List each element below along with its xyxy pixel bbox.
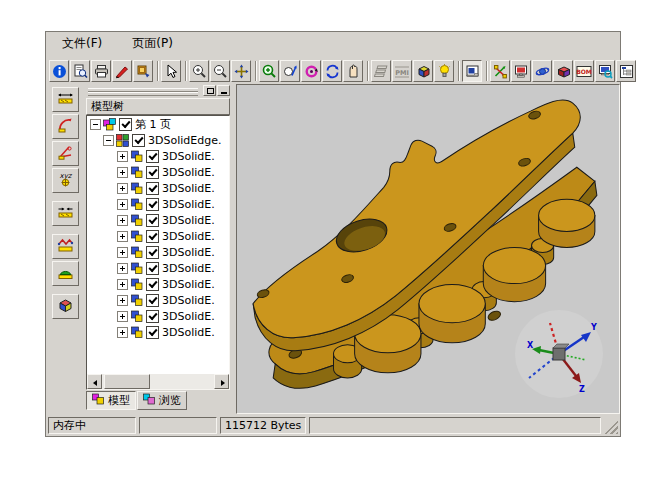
area-measure-button[interactable] [52,261,79,286]
tree-item-solid[interactable]: 3DSolidE. [87,324,229,340]
panel-hide-button[interactable] [217,85,230,96]
zoom-window-button[interactable] [259,60,279,82]
toolbar-separator [182,60,189,82]
info-button[interactable] [49,60,69,82]
rotate-icon [304,64,319,79]
expand-icon[interactable] [117,215,128,226]
pan-hand-button[interactable] [343,60,363,82]
visibility-checkbox[interactable] [146,326,159,339]
part-icon [130,326,144,339]
expand-icon[interactable] [117,295,128,306]
print-button[interactable] [91,60,111,82]
visibility-checkbox[interactable] [146,262,159,275]
visibility-checkbox[interactable] [146,294,159,307]
tree-item-solid[interactable]: 3DSolidE. [87,228,229,244]
menu-file[interactable]: 文件(F) [62,35,102,52]
print-preview-button[interactable] [70,60,90,82]
volume-measure-icon [57,297,74,317]
expand-icon[interactable] [117,327,128,338]
tree-item-solid[interactable]: 3DSolidE. [87,164,229,180]
visibility-checkbox[interactable] [146,150,159,163]
capture-button[interactable] [511,60,531,82]
visibility-checkbox[interactable] [146,246,159,259]
expand-icon[interactable] [117,247,128,258]
tree-item-solid[interactable]: 3DSolidE. [87,292,229,308]
render-mode-button[interactable] [462,60,482,82]
visibility-checkbox[interactable] [146,278,159,291]
zoom-dynamic-button[interactable] [280,60,300,82]
curve-measure-button[interactable] [52,234,79,259]
expand-icon[interactable] [117,231,128,242]
select-button[interactable] [161,60,181,82]
scroll-left-button[interactable] [87,374,102,389]
zoom-in-button[interactable] [189,60,209,82]
visibility-checkbox[interactable] [146,230,159,243]
scroll-right-button[interactable] [214,374,229,389]
tree-item-solid[interactable]: 3DSolidE. [87,308,229,324]
orientation-triad[interactable]: X Y Z [513,308,605,400]
pan-button[interactable] [231,60,251,82]
expand-icon[interactable] [117,279,128,290]
expand-icon[interactable] [117,183,128,194]
resize-grip[interactable] [604,420,618,434]
dim-angle-button[interactable] [52,141,79,166]
tree-item-solid[interactable]: 3DSolidE. [87,244,229,260]
collapse-icon[interactable] [103,135,114,146]
layers-button[interactable] [371,60,391,82]
status-memory: 内存中 [48,417,136,434]
expand-icon[interactable] [117,167,128,178]
visibility-checkbox[interactable] [146,182,159,195]
dim-radius-button[interactable] [52,114,79,139]
visibility-checkbox[interactable] [146,166,159,179]
expand-icon[interactable] [117,199,128,210]
orbit-button[interactable] [532,60,552,82]
tree-item-solid[interactable]: 3DSolidE. [87,180,229,196]
viewport-3d[interactable]: X Y Z [236,84,620,414]
volume-measure-button[interactable] [52,294,79,319]
dim-horizontal-button[interactable] [52,87,79,112]
model-tree[interactable]: 第 1 页 3DSolidEdge. 3DSolidE. 3DSolidE. 3… [86,115,230,390]
tree-item-solid[interactable]: 3DSolidE. [87,148,229,164]
tree-item-assembly[interactable]: 3DSolidEdge. [87,132,229,148]
collapse-icon[interactable] [90,119,101,130]
tree-item-solid[interactable]: 3DSolidE. [87,260,229,276]
visibility-checkbox[interactable] [146,214,159,227]
expand-icon[interactable] [117,151,128,162]
panel-float-button[interactable] [203,85,216,96]
menu-page[interactable]: 页面(P) [132,35,173,52]
visibility-checkbox[interactable] [146,198,159,211]
rotate-button[interactable] [301,60,321,82]
panel-grip[interactable] [86,85,230,98]
bom-button[interactable]: BOM [574,60,594,82]
zoom-out-button[interactable] [210,60,230,82]
solid-box-button[interactable] [553,60,573,82]
visibility-checkbox[interactable] [132,134,145,147]
scrollbar-thumb[interactable] [104,374,150,389]
expand-icon[interactable] [117,263,128,274]
visibility-checkbox[interactable] [146,310,159,323]
tree-item-solid[interactable]: 3DSolidE. [87,196,229,212]
coord-xyz-button[interactable]: xyz [52,168,79,193]
export-button[interactable] [133,60,153,82]
monitor-zoom-button[interactable] [595,60,615,82]
expand-icon[interactable] [117,311,128,322]
tab-model[interactable]: 模型 [86,391,136,410]
monitor-zoom-icon [598,64,613,79]
menu-bar: 文件(F) 页面(P) [46,32,620,54]
scrollbar-track[interactable] [102,374,214,389]
spin-button[interactable] [322,60,342,82]
markup-pen-button[interactable] [112,60,132,82]
tree-item-solid[interactable]: 3DSolidE. [87,212,229,228]
pmi-button[interactable]: PMI [392,60,412,82]
tree-horizontal-scrollbar[interactable] [87,374,229,389]
tree-view-button[interactable] [616,60,636,82]
tree-item-page[interactable]: 第 1 页 [87,116,229,132]
dim-distance-button[interactable] [52,201,79,226]
view-cube-button[interactable] [413,60,433,82]
visibility-checkbox[interactable] [119,118,132,131]
light-button[interactable] [434,60,454,82]
zoom-in-icon [192,64,207,79]
tab-browse[interactable]: 浏览 [137,391,187,410]
tree-item-solid[interactable]: 3DSolidE. [87,276,229,292]
axes-tools-button[interactable] [490,60,510,82]
